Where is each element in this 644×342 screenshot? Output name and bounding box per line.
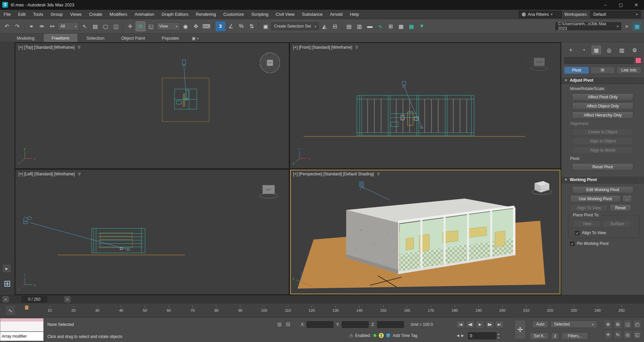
display-tab-icon[interactable]: ▥: [617, 46, 627, 54]
select-and-link-icon[interactable]: ⚭: [27, 22, 36, 31]
viewport-front[interactable]: [+] [Front] [Standard] [Wireframe]∇: [290, 43, 560, 168]
render-production-icon[interactable]: ▼: [417, 22, 427, 31]
spinner-snap-icon[interactable]: ⇅: [247, 22, 257, 31]
interactive-session-icon[interactable]: ▦: [632, 22, 642, 31]
key-mode-toggle-icon[interactable]: ⚷: [551, 332, 559, 340]
current-frame-spinner[interactable]: [468, 332, 496, 339]
ribbon-config-dropdown[interactable]: ▣ ▾: [188, 35, 202, 42]
workspace-dropdown[interactable]: Default ▾: [590, 11, 641, 18]
hierarchy-tab-icon[interactable]: ▦: [592, 46, 601, 54]
menu-item[interactable]: Arnold: [326, 10, 347, 19]
link-info-tab[interactable]: Link Info: [616, 67, 641, 74]
filter-funnel-icon[interactable]: ∇: [78, 172, 81, 176]
place-pivot-surface-button[interactable]: Surface: [603, 220, 632, 227]
use-working-pivot-button[interactable]: Use Working Pivot: [570, 195, 620, 203]
field-of-view-icon[interactable]: ◎: [623, 330, 632, 339]
toggle-ribbon-icon[interactable]: ▬: [365, 22, 375, 31]
working-pivot-rollout-header[interactable]: ▼ Working Pivot ⁚⁚: [561, 176, 644, 183]
menu-item[interactable]: Help: [346, 10, 363, 19]
motion-tab-icon[interactable]: ◎: [604, 46, 614, 54]
bind-to-space-warp-icon[interactable]: ⚯: [47, 22, 57, 31]
previous-frame-button[interactable]: ◀▮: [466, 320, 475, 328]
zoom-icon[interactable]: ⊕: [604, 319, 612, 329]
menu-item[interactable]: Animation: [131, 10, 158, 19]
front-viewport-canvas[interactable]: FRONT x z y: [290, 43, 560, 168]
selection-region-icon[interactable]: ▢: [101, 22, 110, 31]
pin-working-pivot-checkbox[interactable]: ✓ Pin Working Pivot: [570, 241, 644, 246]
menu-item[interactable]: Group: [47, 10, 66, 19]
affect-object-only-button[interactable]: Affect Object Only: [572, 102, 633, 110]
affect-hierarchy-only-button[interactable]: Affect Hierarchy Only: [572, 112, 633, 119]
align-to-object-button[interactable]: Align to Object: [572, 137, 633, 145]
selection-filter-dropdown[interactable]: All▾: [58, 22, 79, 30]
key-filter-dropdown[interactable]: Selected ▾: [550, 320, 597, 328]
select-and-rotate-icon[interactable]: ⟳: [136, 22, 145, 31]
selection-lock-icon[interactable]: ⊡: [285, 321, 291, 328]
zoom-all-icon[interactable]: ⊞: [613, 319, 622, 329]
filter-funnel-icon[interactable]: ∇: [78, 45, 80, 50]
select-object-icon[interactable]: ↖: [80, 22, 90, 31]
set-keys-button[interactable]: ✛: [514, 320, 526, 339]
viewport-top[interactable]: [+] [Top] [Standard] [Wireframe]∇: [15, 43, 289, 168]
select-and-scale-icon[interactable]: ◱: [146, 22, 156, 31]
viewport-top-label[interactable]: [+] [Top] [Standard] [Wireframe]: [18, 45, 75, 50]
affect-pivot-only-button[interactable]: Affect Pivot Only: [572, 93, 633, 101]
menu-item[interactable]: Edit: [14, 10, 29, 19]
snaps-toggle-3d-icon[interactable]: 3: [216, 22, 225, 31]
filter-funnel-icon[interactable]: ∇: [377, 172, 379, 176]
spinner-arrows[interactable]: ▲▼: [497, 332, 501, 339]
menu-item[interactable]: Rendering: [192, 10, 220, 19]
previous-frame-arrow[interactable]: <: [3, 296, 9, 302]
time-slider-handle[interactable]: [25, 305, 29, 310]
object-color-swatch[interactable]: [635, 57, 641, 63]
modify-tab-icon[interactable]: ◔: [579, 46, 588, 54]
window-crossing-icon[interactable]: ◫: [111, 22, 121, 31]
isolate-selection-icon[interactable]: ◎: [276, 321, 283, 328]
select-and-move-icon[interactable]: ✛: [125, 22, 135, 31]
ribbon-tab[interactable]: Populate: [154, 34, 186, 42]
align-to-world-button[interactable]: Align to World: [572, 146, 633, 154]
menu-item[interactable]: Views: [66, 10, 85, 19]
user-account-dropdown[interactable]: Ana Ribeiro ▾: [519, 11, 562, 18]
reset-pivot-button[interactable]: Reset Pivot: [572, 163, 633, 171]
named-selection-set-dropdown[interactable]: Create Selection Set▾: [271, 22, 319, 30]
timeline-ruler[interactable]: ∿ 10203040506070809010011012013014015016…: [0, 303, 644, 317]
filter-funnel-icon[interactable]: ∇: [356, 45, 358, 50]
object-name-field[interactable]: [564, 57, 634, 64]
ribbon-tab[interactable]: Selection: [79, 34, 112, 42]
viewport-perspective[interactable]: [+] [Perspective] [Standard] [Default Sh…: [290, 170, 560, 294]
left-viewport-canvas[interactable]: LEFT y z x: [15, 170, 289, 294]
key-filters-button[interactable]: Filters...: [561, 332, 588, 340]
minimize-button[interactable]: –: [598, 0, 613, 10]
menu-item[interactable]: Substance: [298, 10, 326, 19]
working-pivot-options-button[interactable]: ...: [623, 195, 632, 203]
percent-snap-icon[interactable]: %: [236, 22, 246, 31]
schematic-view-icon[interactable]: ⊞: [386, 22, 396, 31]
viewport-front-label[interactable]: [+] [Front] [Standard] [Wireframe]: [293, 45, 352, 50]
menu-item[interactable]: Scripting: [248, 10, 272, 19]
use-pivot-point-center-icon[interactable]: ◉: [181, 22, 190, 31]
undo-icon[interactable]: ↶: [2, 22, 12, 31]
reset-working-pivot-button[interactable]: Reset: [610, 204, 631, 212]
select-by-name-icon[interactable]: ▤: [90, 22, 100, 31]
viewport-layout-icon[interactable]: ⊞: [3, 279, 12, 288]
menu-item[interactable]: Create: [85, 10, 106, 19]
keyboard-shortcut-override-icon[interactable]: ⌨: [201, 22, 211, 31]
go-to-end-button[interactable]: ▶|: [495, 320, 504, 328]
ik-tab[interactable]: IK: [590, 67, 615, 74]
menu-item[interactable]: Graph Editors: [158, 10, 192, 19]
z-coordinate-field[interactable]: [377, 321, 404, 328]
pan-icon[interactable]: ✛: [604, 330, 612, 339]
redo-icon[interactable]: ↷: [12, 22, 22, 31]
layout-flyout-arrow[interactable]: ▶: [3, 265, 10, 272]
utilities-tab-icon[interactable]: ⚙: [630, 46, 639, 54]
set-key-button[interactable]: Set K.: [530, 332, 549, 340]
render-setup-icon[interactable]: ▦: [396, 22, 406, 31]
maxscript-listener-line[interactable]: Array modifier: [0, 332, 44, 341]
zoom-region-icon[interactable]: ◰: [633, 319, 642, 329]
ribbon-tab[interactable]: Freeform: [44, 34, 77, 42]
menu-item[interactable]: Customize: [220, 10, 247, 19]
mirror-icon[interactable]: ◭: [320, 22, 329, 31]
menu-item[interactable]: Civil View: [272, 10, 298, 19]
rendered-frame-window-icon[interactable]: ▩: [407, 22, 416, 31]
